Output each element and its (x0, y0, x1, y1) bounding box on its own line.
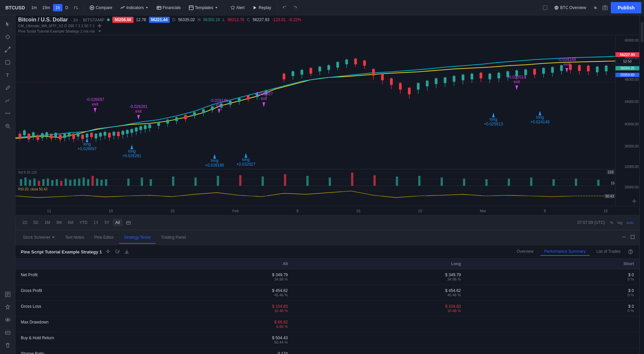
symbol-label: BTCUSD (3, 5, 28, 10)
right-scrollbar[interactable] (639, 15, 644, 354)
timeframe-1m[interactable]: 1m (29, 4, 39, 11)
sidebar-text[interactable]: T (2, 69, 14, 81)
perf-label-gross-loss: Gross Loss (21, 304, 115, 313)
svg-rect-291 (552, 179, 555, 186)
strategy-tab-performance[interactable]: Performance Summary (540, 248, 590, 256)
period-3m[interactable]: 3M (53, 219, 64, 226)
svg-rect-157 (354, 59, 357, 64)
tab-pine-editor[interactable]: Pine Editor (90, 232, 119, 244)
tab-trading-panel[interactable]: Trading Panel (156, 232, 191, 244)
strategy-tab-trades[interactable]: List of Trades (592, 248, 625, 256)
btc-overview-btn[interactable]: BTC Overview (551, 4, 589, 12)
replay-btn[interactable]: Replay (249, 4, 274, 12)
indicators-btn[interactable]: Indicators (117, 4, 152, 12)
strategy-help-btn[interactable] (627, 248, 634, 255)
sidebar-trendline[interactable] (2, 44, 14, 56)
svg-rect-293 (597, 180, 600, 186)
svg-rect-266 (87, 179, 89, 186)
indicator-settings-icon[interactable] (97, 23, 102, 28)
reset-chart-btn[interactable] (124, 219, 132, 227)
svg-rect-113 (148, 124, 151, 128)
perf-long-gross-loss: $ 104.83 10.48 % (288, 304, 461, 313)
svg-rect-171 (417, 83, 420, 90)
sidebar-trash[interactable] (2, 339, 14, 351)
strategy-download-btn[interactable] (123, 248, 130, 256)
bar-type-btn[interactable] (72, 3, 80, 12)
svg-text:exit: exit (216, 103, 222, 108)
publish-btn[interactable]: Publish (611, 2, 641, 13)
templates-btn[interactable]: Templates (185, 4, 221, 12)
svg-rect-161 (372, 69, 375, 76)
tab-text-notes[interactable]: Text Notes (60, 232, 89, 244)
period-all[interactable]: All (113, 219, 122, 226)
svg-rect-197 (533, 69, 536, 75)
svg-marker-7 (146, 7, 148, 8)
panel-minimize-btn[interactable] (620, 233, 628, 242)
svg-rect-101 (121, 131, 124, 135)
period-ytd[interactable]: YTD (77, 219, 90, 226)
sidebar-eye[interactable] (2, 314, 14, 326)
perf-table[interactable]: All Long Short Net Profit $ 349.79 34.98… (15, 259, 639, 354)
strategy-tab-overview[interactable]: Overview (513, 248, 538, 256)
sidebar-watchlist[interactable] (2, 288, 14, 300)
svg-rect-11 (189, 6, 193, 10)
perf-all-max-drawdown: $ 66.62 6.66 % (115, 320, 288, 329)
scale-auto-btn[interactable]: auto (625, 220, 635, 226)
sidebar-measure[interactable] (2, 107, 14, 119)
scale-log-btn[interactable]: log (616, 220, 624, 226)
timeframe-15m[interactable]: 15m (40, 4, 52, 11)
sidebar-shapes[interactable] (2, 56, 14, 68)
bottom-controls: 1D 5D 1M 3M 6M YTD 1Y 5Y All 07:07:09 (U… (15, 215, 639, 230)
settings-btn[interactable] (591, 3, 599, 12)
sidebar-crosshair[interactable] (2, 31, 14, 43)
scrollbar-thumb[interactable] (641, 22, 643, 42)
tab-stock-screener[interactable]: Stock Screener (18, 232, 60, 244)
chart-settings-icon[interactable] (632, 199, 637, 204)
undo-btn[interactable] (280, 3, 289, 12)
svg-text:+0.032027: +0.032027 (236, 162, 256, 167)
svg-rect-125 (202, 109, 205, 113)
price-40000: 40000.00 (625, 122, 639, 126)
period-1d[interactable]: 1D (19, 219, 30, 226)
period-5y[interactable]: 5Y (102, 219, 112, 226)
svg-rect-83 (81, 135, 84, 139)
tab-strategy-tester[interactable]: Strategy Tester (119, 232, 155, 244)
sidebar-hotkeys[interactable] (2, 327, 14, 339)
financials-btn[interactable]: Financials (153, 4, 184, 12)
sidebar-brushes[interactable] (2, 82, 14, 94)
strategy-collapse-btn[interactable] (97, 29, 103, 34)
period-5d[interactable]: 5D (31, 219, 41, 226)
chart-container: Bitcoin / U.S. Dollar · 1h · BITSTAMP 56… (15, 15, 639, 354)
svg-marker-53 (98, 31, 101, 32)
sidebar-cursor[interactable] (2, 18, 14, 30)
scale-percent-btn[interactable]: % (608, 220, 615, 226)
main-chart[interactable]: -0.026697exit -0.026281exit -0.028186exi… (15, 35, 615, 169)
fullscreen-btn[interactable] (541, 3, 549, 12)
svg-point-318 (631, 253, 631, 253)
timeframe-1h[interactable]: 1h (53, 4, 62, 11)
ohlc-c-val: 56227.93 (253, 17, 269, 22)
screenshot-btn[interactable] (601, 3, 609, 12)
strategy-label: Pine Script Tutorial Example Strategy 1 … (18, 29, 95, 33)
compare-btn[interactable]: Compare (86, 4, 115, 12)
sep-2 (224, 4, 224, 12)
sidebar-indicators[interactable] (2, 95, 14, 107)
redo-btn[interactable] (290, 3, 299, 12)
sidebar-alerts[interactable] (2, 301, 14, 313)
period-6m[interactable]: 6M (65, 219, 76, 226)
period-1m[interactable]: 1M (42, 219, 53, 226)
time-label-5: 15 (356, 209, 360, 213)
svg-text:long: long (211, 158, 218, 163)
svg-rect-117 (166, 120, 169, 123)
strategy-settings-btn[interactable] (105, 248, 111, 256)
svg-rect-61 (32, 132, 35, 137)
vol-label: Vol 9 15 110 (18, 171, 37, 174)
panel-maximize-btn[interactable] (629, 233, 637, 242)
strategy-refresh-btn[interactable] (114, 248, 121, 256)
period-1y[interactable]: 1Y (91, 219, 101, 226)
alert-btn[interactable]: Alert (227, 4, 248, 12)
timeframe-D[interactable]: D (63, 4, 71, 11)
price-60000: 60000.00 (625, 39, 639, 42)
svg-marker-237 (130, 144, 133, 149)
sidebar-zoom[interactable] (2, 120, 14, 132)
